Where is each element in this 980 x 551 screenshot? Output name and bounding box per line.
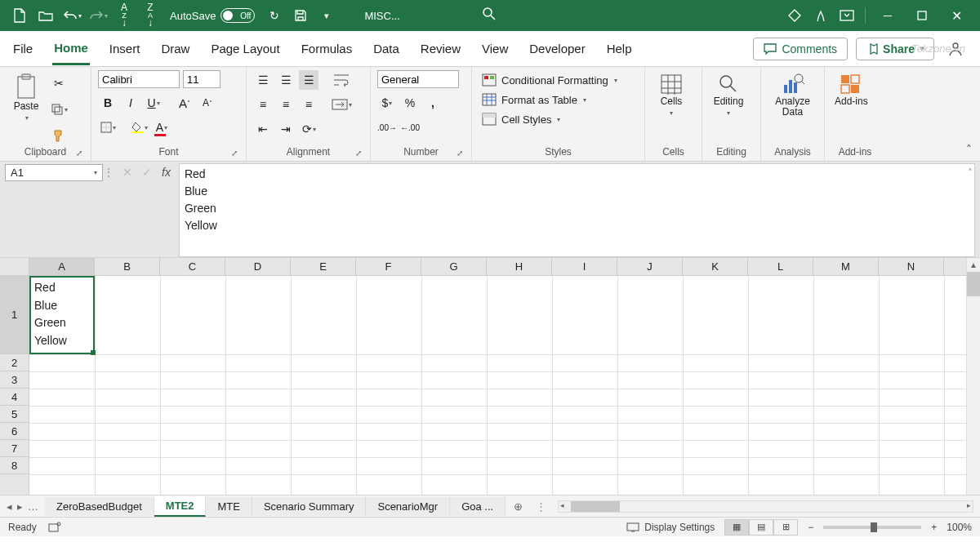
- wrap-text-icon[interactable]: [328, 70, 354, 90]
- align-left-icon[interactable]: ≡: [253, 95, 273, 114]
- tab-draw[interactable]: Draw: [159, 33, 191, 64]
- cancel-formula-icon[interactable]: ✕: [122, 166, 132, 179]
- number-format-select[interactable]: [377, 70, 459, 88]
- tab-review[interactable]: Review: [419, 33, 462, 64]
- row-header-8[interactable]: 8: [0, 457, 29, 474]
- align-center-icon[interactable]: ≡: [276, 95, 296, 114]
- sheet-tab-0[interactable]: ZeroBasedBudget: [45, 497, 154, 516]
- redo-icon[interactable]: ▾: [87, 5, 109, 26]
- scroll-thumb[interactable]: [967, 272, 980, 296]
- collapse-ribbon-icon[interactable]: ˄: [966, 143, 972, 156]
- sort-desc-icon[interactable]: ZA↓: [140, 5, 161, 26]
- zoom-in-icon[interactable]: +: [931, 522, 937, 533]
- percent-icon[interactable]: %: [400, 93, 420, 113]
- col-header-A[interactable]: A: [29, 258, 95, 275]
- indent-left-icon[interactable]: ⇤: [253, 119, 273, 139]
- cells-button[interactable]: Cells▾: [652, 70, 691, 121]
- tab-formulas[interactable]: Formulas: [300, 33, 354, 64]
- diamond-icon[interactable]: [784, 5, 805, 26]
- coming-soon-icon[interactable]: [810, 5, 831, 26]
- new-file-icon[interactable]: [9, 5, 30, 26]
- italic-icon[interactable]: I: [121, 93, 140, 113]
- align-bottom-icon[interactable]: ☰: [299, 70, 318, 90]
- copy-icon[interactable]: ▾: [49, 100, 69, 119]
- row-header-3[interactable]: 3: [0, 371, 29, 389]
- sheet-tab-1[interactable]: MTE2: [154, 496, 207, 517]
- font-name-select[interactable]: [98, 70, 180, 88]
- sort-asc-icon[interactable]: AZ↓: [114, 5, 135, 26]
- col-header-K[interactable]: K: [683, 258, 748, 275]
- tab-developer[interactable]: Developer: [528, 33, 586, 64]
- tab-home[interactable]: Home: [52, 33, 90, 65]
- display-settings-button[interactable]: Display Settings: [626, 522, 715, 533]
- number-dialog-icon[interactable]: ⤢: [457, 149, 463, 158]
- cut-icon[interactable]: ✂: [49, 73, 69, 93]
- cell-A1[interactable]: Red Blue Green Yellow: [29, 276, 95, 354]
- fill-color-icon[interactable]: ▾: [129, 118, 149, 137]
- sheet-tab-2[interactable]: MTE: [206, 497, 252, 516]
- row-header-2[interactable]: 2: [0, 354, 29, 371]
- col-header-G[interactable]: G: [421, 258, 487, 275]
- paste-button[interactable]: Paste▾: [7, 70, 46, 126]
- sheet-tab-3[interactable]: Scenario Summary: [252, 497, 367, 516]
- decrease-decimal-icon[interactable]: ←.00: [400, 118, 420, 137]
- autosave-toggle[interactable]: AutoSave Off: [170, 8, 255, 23]
- align-middle-icon[interactable]: ☰: [276, 70, 296, 90]
- underline-icon[interactable]: U▾: [144, 93, 163, 113]
- search-icon[interactable]: [482, 7, 497, 21]
- comments-button[interactable]: Comments: [753, 38, 848, 60]
- zoom-slider[interactable]: [823, 526, 921, 529]
- col-header-D[interactable]: D: [225, 258, 291, 275]
- tab-file[interactable]: File: [11, 33, 34, 64]
- shrink-font-icon[interactable]: A˅: [198, 93, 217, 113]
- view-page-layout-icon[interactable]: ▤: [749, 519, 773, 535]
- bold-icon[interactable]: B: [98, 93, 118, 113]
- align-right-icon[interactable]: ≡: [299, 95, 318, 114]
- maximize-icon[interactable]: [907, 5, 937, 26]
- account-icon[interactable]: [945, 38, 966, 60]
- name-box[interactable]: A1▾: [5, 164, 103, 181]
- format-as-table-button[interactable]: Format as Table▾: [479, 91, 621, 108]
- currency-icon[interactable]: $▾: [377, 93, 397, 113]
- tab-data[interactable]: Data: [372, 33, 401, 64]
- tab-insert[interactable]: Insert: [108, 33, 142, 64]
- grow-font-icon[interactable]: A˄: [175, 93, 194, 113]
- minimize-icon[interactable]: ─: [873, 5, 902, 26]
- tab-page-layout[interactable]: Page Layout: [209, 33, 281, 64]
- cells-area[interactable]: Red Blue Green Yellow: [29, 276, 980, 495]
- enter-formula-icon[interactable]: ✓: [142, 166, 152, 179]
- tab-help[interactable]: Help: [605, 33, 634, 64]
- ribbon-mode-icon[interactable]: [836, 5, 858, 26]
- col-header-M[interactable]: M: [813, 258, 879, 275]
- macro-record-icon[interactable]: [48, 522, 61, 533]
- scroll-up-icon[interactable]: ▲: [967, 258, 980, 272]
- merge-icon[interactable]: ▾: [328, 95, 354, 114]
- analyze-data-button[interactable]: Analyze Data: [768, 70, 817, 121]
- sheet-nav-prev-icon[interactable]: ◂: [7, 500, 12, 513]
- conditional-formatting-button[interactable]: Conditional Formatting▾: [479, 72, 621, 88]
- font-size-select[interactable]: [183, 70, 220, 88]
- fill-handle[interactable]: [91, 350, 96, 355]
- increase-decimal-icon[interactable]: .00→: [377, 118, 397, 137]
- vertical-scrollbar[interactable]: ▲: [966, 258, 980, 495]
- formula-collapse-icon[interactable]: ˄: [968, 166, 973, 180]
- qat-customize-icon[interactable]: ▾: [316, 5, 337, 26]
- horizontal-scrollbar[interactable]: ◂ ▸: [558, 500, 973, 513]
- view-normal-icon[interactable]: ▦: [724, 519, 749, 535]
- format-painter-icon[interactable]: [49, 126, 69, 145]
- undo-icon[interactable]: ▾: [61, 5, 82, 26]
- view-page-break-icon[interactable]: ⊞: [773, 519, 798, 535]
- fx-icon[interactable]: fx: [162, 166, 171, 179]
- row-header-5[interactable]: 5: [0, 406, 29, 423]
- formula-input[interactable]: Red Blue Green Yellow ˄: [179, 163, 975, 257]
- open-file-icon[interactable]: [35, 5, 56, 26]
- col-header-I[interactable]: I: [552, 258, 617, 275]
- row-header-7[interactable]: 7: [0, 440, 29, 457]
- zoom-level[interactable]: 100%: [947, 522, 972, 533]
- zoom-out-icon[interactable]: −: [808, 522, 813, 533]
- indent-right-icon[interactable]: ⇥: [276, 119, 296, 139]
- col-header-N[interactable]: N: [879, 258, 944, 275]
- alignment-dialog-icon[interactable]: ⤢: [355, 149, 362, 158]
- col-header-L[interactable]: L: [748, 258, 813, 275]
- font-dialog-icon[interactable]: ⤢: [231, 149, 238, 158]
